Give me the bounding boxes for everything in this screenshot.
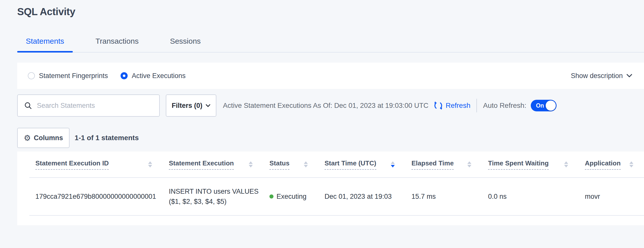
radio-active-executions[interactable]: Active Executions [121, 72, 186, 80]
refresh-button[interactable]: Refresh [433, 101, 470, 110]
refresh-label: Refresh [446, 102, 470, 110]
columns-button-label: Columns [34, 134, 63, 142]
status-executing-dot-icon [269, 194, 273, 199]
sort-arrows-icon [148, 161, 152, 167]
as-of-text: Active Statement Executions As Of: Dec 0… [223, 102, 428, 110]
controls-row: Filters (0) Active Statement Executions … [17, 94, 644, 117]
statement-line-1: INSERT INTO users VALUES [169, 186, 263, 197]
refresh-icon [433, 101, 443, 110]
column-header-time-spent-waiting[interactable]: Time Spent Waiting [482, 152, 579, 177]
sort-arrows-desc-active-icon [391, 161, 395, 167]
cell-time-spent-waiting: 0.0 ns [482, 193, 579, 201]
result-count: 1-1 of 1 statements [75, 134, 139, 142]
tab-statements[interactable]: Statements [17, 35, 73, 52]
chevron-down-icon [205, 104, 211, 107]
search-icon [24, 101, 32, 110]
column-header-application[interactable]: Application [579, 152, 644, 177]
column-header-elapsed-time[interactable]: Elapsed Time [405, 152, 482, 177]
column-header-start-time[interactable]: Start Time (UTC) [318, 152, 405, 177]
sort-arrows-icon [304, 161, 308, 167]
toggle-state-label: On [536, 102, 544, 109]
column-header-statement-execution-id[interactable]: Statement Execution ID [29, 152, 163, 177]
table-toolbar: ⚙ Columns 1-1 of 1 statements [17, 128, 644, 148]
sort-arrows-icon [629, 161, 633, 167]
sort-arrows-icon [249, 161, 253, 167]
cell-start-time: Dec 01, 2023 at 19:03 [318, 193, 405, 201]
show-description-label: Show description [571, 72, 623, 80]
toggle-knob [546, 101, 556, 111]
radio-selected-icon [121, 72, 128, 79]
statement-line-2: ($1, $2, $3, $4, $5) [169, 196, 263, 207]
search-input[interactable] [36, 102, 155, 110]
column-header-statement-execution[interactable]: Statement Execution [163, 152, 263, 177]
cell-status: Executing [263, 193, 318, 201]
show-description-toggle[interactable]: Show description [571, 72, 632, 80]
tab-bar: Statements Transactions Sessions [17, 35, 644, 53]
cell-execution-id: 179cca7921e679b80000000000000001 [29, 193, 163, 201]
page-title: SQL Activity [17, 6, 75, 17]
columns-button[interactable]: ⚙ Columns [17, 128, 70, 148]
column-header-status[interactable]: Status [263, 152, 318, 177]
gear-icon: ⚙ [24, 134, 31, 142]
radio-unselected-icon [28, 72, 35, 79]
radio-statement-fingerprints-label: Statement Fingerprints [39, 72, 108, 80]
tab-sessions-label: Sessions [170, 37, 201, 45]
tab-transactions-label: Transactions [96, 37, 139, 45]
tab-transactions[interactable]: Transactions [87, 35, 147, 52]
status-label: Executing [277, 193, 307, 201]
divider [476, 99, 477, 112]
tab-statements-label: Statements [26, 37, 64, 45]
statements-table: Statement Execution ID Statement Executi… [17, 152, 644, 225]
search-statements-box [17, 94, 160, 117]
tab-sessions[interactable]: Sessions [161, 35, 209, 52]
radio-statement-fingerprints[interactable]: Statement Fingerprints [28, 72, 108, 80]
cell-elapsed-time: 15.7 ms [405, 193, 482, 201]
chevron-down-icon [626, 74, 632, 78]
filters-button[interactable]: Filters (0) [166, 94, 216, 117]
table-header-row: Statement Execution ID Statement Executi… [29, 152, 644, 178]
cell-statement: INSERT INTO users VALUES ($1, $2, $3, $4… [163, 186, 263, 207]
table-row: 179cca7921e679b80000000000000001 INSERT … [29, 178, 644, 216]
cell-application: movr [579, 193, 644, 201]
sort-arrows-icon [467, 161, 471, 167]
view-mode-bar: Statement Fingerprints Active Executions… [17, 63, 644, 89]
radio-active-executions-label: Active Executions [132, 72, 186, 80]
auto-refresh-toggle[interactable]: On [531, 100, 557, 111]
sort-arrows-icon [564, 161, 568, 167]
filters-button-label: Filters (0) [172, 102, 202, 110]
auto-refresh-label: Auto Refresh: [483, 102, 526, 110]
